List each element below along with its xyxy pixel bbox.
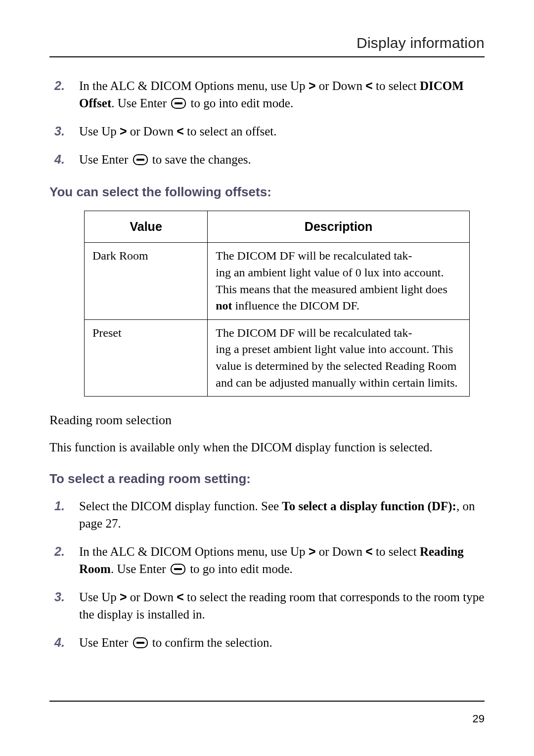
enter-icon xyxy=(171,564,185,575)
header-title: Display information xyxy=(49,35,485,51)
enter-icon xyxy=(133,637,148,648)
table-row: Dark Room The DICOM DF will be recalcula… xyxy=(85,243,470,319)
step-text: Use Up > or Down < to select the reading… xyxy=(79,590,484,621)
step-number: 4. xyxy=(54,151,65,168)
cell-value: Dark Room xyxy=(85,243,208,319)
cell-description: The DICOM DF will be recalculated tak-in… xyxy=(208,319,470,396)
step-item: 1. Select the DICOM display function. Se… xyxy=(79,497,485,532)
step-text: In the ALC & DICOM Options menu, use Up … xyxy=(79,79,464,110)
step-number: 4. xyxy=(54,634,65,651)
step-text: In the ALC & DICOM Options menu, use Up … xyxy=(79,545,464,576)
table-header-description: Description xyxy=(208,211,470,243)
step-number: 1. xyxy=(54,497,65,515)
step-number: 2. xyxy=(54,77,65,94)
cell-description: The DICOM DF will be recalculated tak-in… xyxy=(208,243,470,319)
select-reading-heading: To select a reading room setting: xyxy=(49,470,485,488)
enter-icon xyxy=(171,98,186,109)
offsets-table: Value Description Dark Room The DICOM DF… xyxy=(84,211,470,397)
step-number: 3. xyxy=(54,123,65,140)
page-header: Display information xyxy=(49,35,485,57)
page-footer: 29 xyxy=(49,701,485,727)
step-text: Select the DICOM display function. See T… xyxy=(79,499,475,530)
step-item: 3. Use Up > or Down < to select the read… xyxy=(79,588,485,623)
cell-value: Preset xyxy=(85,319,208,396)
step-text: Use Enter to confirm the selection. xyxy=(79,636,272,649)
step-item: 2. In the ALC & DICOM Options menu, use … xyxy=(79,77,485,112)
step-number: 3. xyxy=(54,588,65,606)
enter-icon xyxy=(133,154,148,165)
step-item: 4. Use Enter to confirm the selection. xyxy=(79,634,485,651)
step-text: Use Enter to save the changes. xyxy=(79,153,251,166)
step-text: Use Up > or Down < to select an offset. xyxy=(79,125,277,138)
page-number: 29 xyxy=(49,712,485,727)
steps-list-bottom: 1. Select the DICOM display function. Se… xyxy=(49,497,485,651)
table-row: Preset The DICOM DF will be recalculated… xyxy=(85,319,470,396)
steps-list-top: 2. In the ALC & DICOM Options menu, use … xyxy=(49,77,485,168)
step-item: 4. Use Enter to save the changes. xyxy=(79,151,485,168)
step-item: 2. In the ALC & DICOM Options menu, use … xyxy=(79,543,485,578)
offsets-heading: You can select the following offsets: xyxy=(49,183,485,201)
reading-room-heading: Reading room selection xyxy=(49,411,485,429)
table-header-value: Value xyxy=(85,211,208,243)
reading-room-paragraph: This function is available only when the… xyxy=(49,439,485,456)
step-number: 2. xyxy=(54,543,65,560)
step-item: 3. Use Up > or Down < to select an offse… xyxy=(79,123,485,140)
